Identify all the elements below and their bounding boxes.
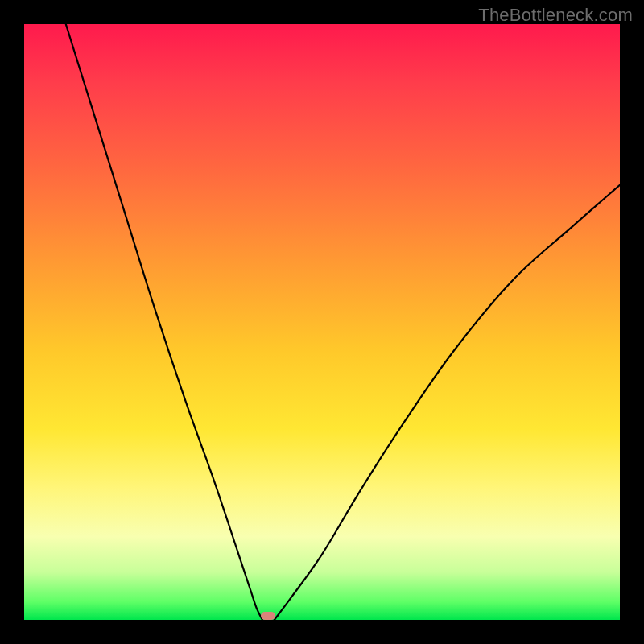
plot-area — [24, 24, 620, 620]
minimum-marker — [261, 612, 275, 620]
curve-right-branch — [275, 185, 620, 620]
curve-svg — [24, 24, 620, 620]
watermark-text: TheBottleneck.com — [478, 5, 633, 26]
chart-frame: TheBottleneck.com — [0, 0, 644, 644]
curve-left-branch — [66, 24, 262, 620]
